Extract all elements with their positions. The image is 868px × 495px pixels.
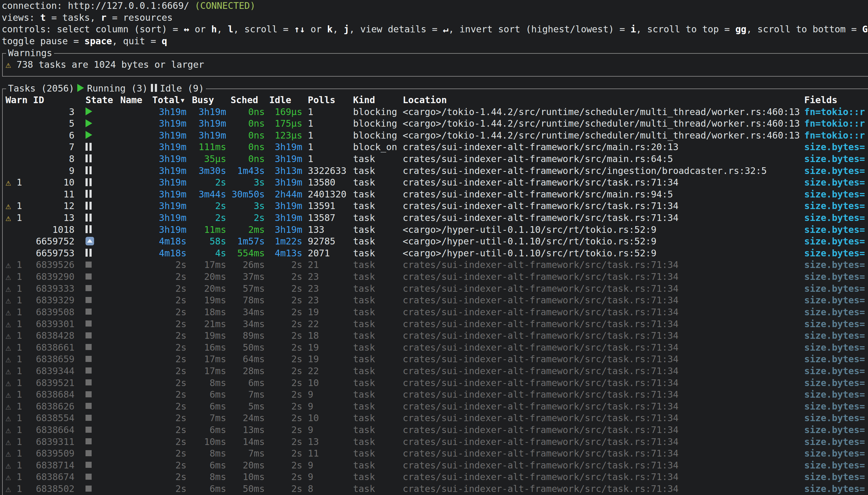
- cell-polls: 10: [308, 412, 352, 424]
- cell-busy: 3m30s: [192, 165, 226, 177]
- cell-idle: 2s: [269, 353, 302, 365]
- warning-icon: ⚠: [5, 212, 11, 223]
- warnings-panel: Warnings ⚠ 738 tasks are 1024 bytes or l…: [2, 53, 868, 76]
- state-stopped-icon: [85, 332, 91, 339]
- task-row-6839290[interactable]: ⚠ 168392902s20ms37ms2s23taskcrates/sui-i…: [0, 271, 868, 283]
- task-row-6838664[interactable]: ⚠ 168386642s6ms13ms2s9taskcrates/sui-ind…: [0, 424, 868, 436]
- task-row-6839301[interactable]: ⚠ 168393012s21ms34ms2s22taskcrates/sui-i…: [0, 318, 868, 330]
- task-row-6839311[interactable]: ⚠ 168393112s10ms14ms2s13taskcrates/sui-i…: [0, 436, 868, 448]
- task-row-5[interactable]: 53h19m3h19m0ns175µs1blocking<cargo>/toki…: [0, 118, 868, 130]
- task-row-3[interactable]: 33h19m3h19m0ns169µs1blocking<cargo>/toki…: [0, 106, 868, 118]
- cell-sched: 20ms: [231, 460, 265, 472]
- cell-location: crates/sui-indexer-alt-framework/src/tas…: [403, 330, 805, 342]
- cell-total: 2s: [152, 436, 186, 448]
- cell-kind: task: [353, 177, 405, 189]
- cell-id: 6839508: [33, 306, 74, 318]
- help-text: views:: [1, 12, 40, 23]
- task-row-11[interactable]: 113h19m3m44s30m50s2h44m2401320taskcrates…: [0, 189, 868, 201]
- cell-id: 6659753: [33, 248, 74, 259]
- cell-total: 3h19m: [152, 106, 186, 118]
- task-row-6[interactable]: 63h19m3h19m0ns123µs1blocking<cargo>/toki…: [0, 130, 868, 142]
- cell-name: [120, 248, 148, 259]
- cell-id: 13: [33, 212, 74, 224]
- cell-busy: 2s: [192, 200, 226, 212]
- warning-icon: ⚠: [5, 365, 11, 376]
- task-row-8[interactable]: 83h19m35µs0ns3h19m1taskcrates/sui-indexe…: [0, 153, 868, 165]
- column-header-warn[interactable]: Warn: [5, 94, 32, 106]
- task-row-12[interactable]: ⚠ 1123h19m2s3s3h19m13591taskcrates/sui-i…: [0, 200, 868, 212]
- cell-fields: fn=tokio::r: [804, 118, 868, 130]
- task-row-6839329[interactable]: ⚠ 168393292s19ms78ms2s23taskcrates/sui-i…: [0, 294, 868, 306]
- column-header-id[interactable]: ID: [33, 94, 74, 106]
- cell-location: crates/sui-indexer-alt-framework/src/mai…: [403, 153, 805, 165]
- column-header-name[interactable]: Name: [120, 94, 148, 106]
- task-row-6838674[interactable]: ⚠ 168386742s8ms10ms2s9taskcrates/sui-ind…: [0, 471, 868, 483]
- warning-icon: ⚠: [5, 425, 11, 435]
- warning-icon: ⚠: [5, 377, 11, 388]
- task-row-6838684[interactable]: ⚠ 168386842s6ms7ms2s9taskcrates/sui-inde…: [0, 389, 868, 401]
- column-header-polls[interactable]: Polls: [308, 94, 352, 106]
- cell-busy: 58s: [192, 236, 226, 248]
- warnings-panel-title: Warnings: [6, 47, 54, 59]
- cell-kind: task: [353, 306, 405, 318]
- column-header-total[interactable]: Total▾: [152, 94, 186, 106]
- cell-name: [120, 106, 148, 118]
- running-count-label: Running (3): [87, 83, 148, 95]
- task-row-6838714[interactable]: ⚠ 168387142s6ms20ms2s9taskcrates/sui-ind…: [0, 460, 868, 472]
- cell-state: [85, 389, 116, 401]
- state-idle-icon: [85, 178, 91, 186]
- task-row-6659752[interactable]: 66597524m18s58s1m57s1m22s92785task<cargo…: [0, 236, 868, 248]
- task-row-6839526[interactable]: ⚠ 168395262s17ms26ms2s21taskcrates/sui-i…: [0, 259, 868, 271]
- task-row-6838626[interactable]: ⚠ 168386262s6ms5ms2s9taskcrates/sui-inde…: [0, 401, 868, 413]
- task-row-6838554[interactable]: ⚠ 168385542s7ms24ms2s10taskcrates/sui-in…: [0, 412, 868, 424]
- cell-polls: 9: [308, 389, 352, 401]
- task-row-6839333[interactable]: ⚠ 168393332s20ms57ms2s23taskcrates/sui-i…: [0, 283, 868, 295]
- column-header-kind[interactable]: Kind: [353, 94, 405, 106]
- cell-busy: 20ms: [192, 271, 226, 283]
- cell-kind: task: [353, 460, 405, 472]
- column-header-busy[interactable]: Busy: [192, 94, 226, 106]
- cell-fields: size.bytes=: [804, 141, 868, 153]
- cell-kind: task: [353, 212, 405, 224]
- column-header-location[interactable]: Location: [403, 94, 805, 106]
- cell-warn: ⚠ 1: [5, 424, 32, 436]
- cell-polls: 13591: [308, 200, 352, 212]
- cell-kind: block_on: [353, 141, 405, 153]
- cell-sched: 89ms: [231, 330, 265, 342]
- task-row-13[interactable]: ⚠ 1133h19m2s2s3h19m13587taskcrates/sui-i…: [0, 212, 868, 224]
- column-header-state[interactable]: State: [85, 94, 116, 106]
- state-stopped-icon: [85, 261, 91, 268]
- warning-icon: ⚠: [5, 259, 11, 270]
- cell-warn: ⚠ 1: [5, 412, 32, 424]
- task-row-6838502[interactable]: ⚠ 168385022s6ms50ms2s8taskcrates/sui-ind…: [0, 483, 868, 495]
- task-row-6839344[interactable]: ⚠ 168393442s17ms28ms2s22taskcrates/sui-i…: [0, 365, 868, 377]
- cell-state: [85, 306, 116, 318]
- task-row-6838659[interactable]: ⚠ 168386592s17ms64ms2s19taskcrates/sui-i…: [0, 353, 868, 365]
- cell-fields: size.bytes=: [804, 271, 868, 283]
- task-row-6659753[interactable]: 66597534m18s4s554ms4m13s2071task<cargo>/…: [0, 248, 868, 259]
- task-row-10[interactable]: ⚠ 1103h19m2s3s3h19m13580taskcrates/sui-i…: [0, 177, 868, 189]
- column-header-fields[interactable]: Fields: [804, 94, 868, 106]
- cell-sched: 0ns: [231, 153, 265, 165]
- task-row-6839521[interactable]: ⚠ 168395212s8ms6ms2s10taskcrates/sui-ind…: [0, 377, 868, 389]
- task-row-6839509[interactable]: ⚠ 168395092s8ms7ms2s11taskcrates/sui-ind…: [0, 448, 868, 460]
- cell-kind: blocking: [353, 118, 405, 130]
- task-row-7[interactable]: 73h19m111ms0ns3h19m1block_oncrates/sui-i…: [0, 141, 868, 153]
- cell-polls: 1: [308, 118, 352, 130]
- cell-state: [85, 471, 116, 483]
- cell-kind: task: [353, 448, 405, 460]
- task-row-6838661[interactable]: ⚠ 168386612s16ms50ms2s19taskcrates/sui-i…: [0, 342, 868, 354]
- task-row-6839508[interactable]: ⚠ 168395082s18ms34ms2s19taskcrates/sui-i…: [0, 306, 868, 318]
- cell-name: [120, 118, 148, 130]
- column-header-idle[interactable]: Idle: [269, 94, 302, 106]
- task-row-9[interactable]: 93h19m3m30s1m43s3h13m3322633taskcrates/s…: [0, 165, 868, 177]
- cell-id: 3: [33, 106, 74, 118]
- warning-icon: ⚠: [5, 472, 11, 482]
- column-header-sched[interactable]: Sched: [231, 94, 265, 106]
- warning-icon: ⚠: [5, 401, 11, 412]
- cell-kind: task: [353, 248, 405, 259]
- task-row-1018[interactable]: 10183h19m11ms2ms3h19m133task<cargo>/hype…: [0, 224, 868, 236]
- cell-id: 9: [33, 165, 74, 177]
- task-row-6838428[interactable]: ⚠ 168384282s19ms89ms2s18taskcrates/sui-i…: [0, 330, 868, 342]
- cell-fields: size.bytes=: [804, 189, 868, 201]
